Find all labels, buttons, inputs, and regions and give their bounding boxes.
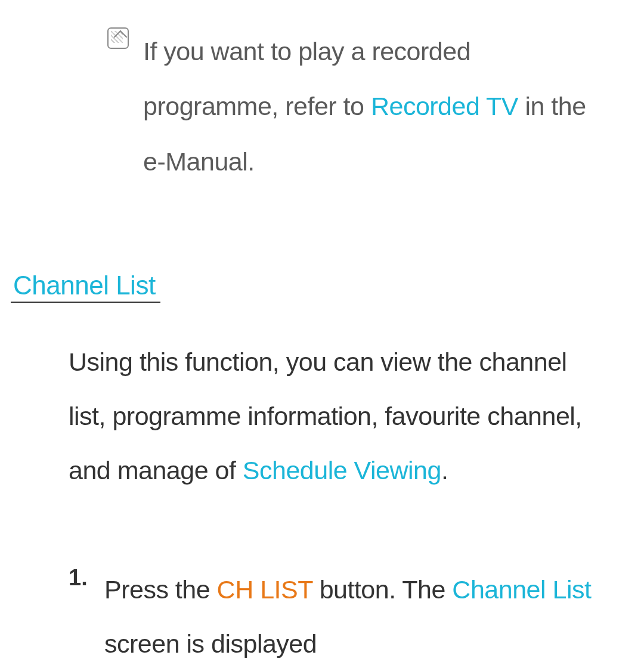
section-heading-channel-list: Channel List [11,271,160,303]
note-icon [107,27,129,49]
channel-list-link[interactable]: Channel List [452,575,591,604]
note-block: If you want to play a recorded programme… [107,24,608,189]
recorded-tv-link[interactable]: Recorded TV [371,92,518,120]
step1-text-after-link: screen is displayed [104,629,317,658]
step1-text-before-orange: Press the [104,575,217,604]
ch-list-button-label: CH LIST [217,575,313,604]
step1-text-after-orange: button. The [312,575,452,604]
list-content-1: Press the CH LIST button. The Channel Li… [104,563,608,658]
numbered-list: 1. Press the CH LIST button. The Channel… [69,563,608,658]
description-text-after: . [441,456,448,485]
note-text: If you want to play a recorded programme… [143,24,608,189]
list-number-1: 1. [69,565,88,591]
description-block: Using this function, you can view the ch… [69,335,608,498]
schedule-viewing-link[interactable]: Schedule Viewing [243,456,441,485]
